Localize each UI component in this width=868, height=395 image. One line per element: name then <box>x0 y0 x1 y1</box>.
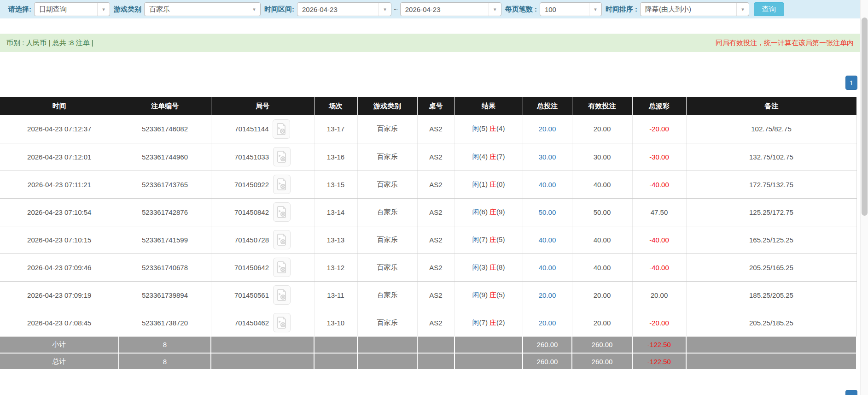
filter-query-type-select[interactable]: 日期查询 ▾ <box>34 2 110 16</box>
cell-table-no: AS2 <box>417 254 454 281</box>
cell-remark: 172.75/132.75 <box>686 171 856 198</box>
total-row-payout: -122.50 <box>632 353 686 370</box>
search-button[interactable]: 查询 <box>754 2 784 16</box>
cell-result: 闲(5) 庄(4) <box>454 115 523 143</box>
cell-remark: 185.25/205.25 <box>686 281 856 309</box>
cell-valid-bet: 40.00 <box>572 254 632 281</box>
cell-session: 13-13 <box>314 226 357 254</box>
sort-value: 降幕(由大到小) <box>641 5 691 14</box>
cell-payout: 47.50 <box>632 198 686 226</box>
cell-payout: -20.00 <box>632 115 686 143</box>
header-remark: 备注 <box>686 97 856 115</box>
cell-payout: -20.00 <box>632 309 686 336</box>
filter-date-from-select[interactable]: 2026-04-23 ▾ <box>297 2 391 16</box>
cell-payout: -30.00 <box>632 143 686 171</box>
page-size-value: 100 <box>540 6 556 13</box>
scrollbar-thumb[interactable] <box>862 18 868 216</box>
cell-payout: -40.00 <box>632 171 686 198</box>
cell-bet-no: 523361742876 <box>119 198 211 226</box>
cell-table-no: AS2 <box>417 115 454 143</box>
video-replay-button[interactable] <box>273 313 291 332</box>
cell-total-bet[interactable]: 40.00 <box>523 226 572 254</box>
cell-table-no: AS2 <box>417 309 454 336</box>
filter-date-to-select[interactable]: 2026-04-23 ▾ <box>400 2 501 16</box>
cell-round-no: 701451144 <box>211 115 314 143</box>
subtotal-row-empty-remark <box>686 336 856 353</box>
banker-points: (5) <box>496 236 505 243</box>
cell-game-type: 百家乐 <box>357 171 417 198</box>
filter-game-select[interactable]: 百家乐 ▾ <box>144 2 261 16</box>
vertical-scrollbar[interactable] <box>860 0 868 395</box>
player-label: 闲 <box>472 208 479 216</box>
player-points: (1) <box>479 180 488 188</box>
cell-total-bet[interactable]: 30.00 <box>523 143 572 171</box>
cell-bet-no: 523361738720 <box>119 309 211 336</box>
video-icon <box>277 261 287 273</box>
date-from-value: 2026-04-23 <box>297 6 338 13</box>
cell-round-no: 701450642 <box>211 254 314 281</box>
table-body: 2026-04-23 07:12:37523361746082701451144… <box>0 115 856 336</box>
player-points: (7) <box>479 318 488 326</box>
cell-total-bet[interactable]: 50.00 <box>523 198 572 226</box>
cell-valid-bet: 20.00 <box>572 309 632 336</box>
page-1-button[interactable]: 1 <box>845 76 857 90</box>
pagination-top: 1 <box>0 76 860 90</box>
cell-total-bet[interactable]: 40.00 <box>523 254 572 281</box>
cell-total-bet[interactable]: 20.00 <box>523 281 572 309</box>
cell-total-bet[interactable]: 20.00 <box>523 309 572 336</box>
cell-bet-no: 523361746082 <box>119 115 211 143</box>
cell-valid-bet: 20.00 <box>572 115 632 143</box>
table-header: 时间 注单编号 局号 场次 游戏类别 桌号 结果 总投注 有效投注 总派彩 备注 <box>0 97 856 115</box>
filter-page-size-select[interactable]: 100 ▾ <box>540 2 602 16</box>
subtotal-row-empty-session <box>314 336 357 353</box>
cell-session: 13-11 <box>314 281 357 309</box>
player-points: (5) <box>479 124 488 132</box>
chevron-down-icon: ▾ <box>589 3 601 16</box>
cell-time: 2026-04-23 07:08:45 <box>0 309 119 336</box>
cell-remark: 125.25/172.75 <box>686 198 856 226</box>
video-replay-button[interactable] <box>273 285 291 305</box>
total-row-empty-round <box>211 353 314 370</box>
cell-remark: 205.25/165.25 <box>686 254 856 281</box>
page-1-button-bottom[interactable]: 1 <box>845 390 857 395</box>
header-bet-no: 注单编号 <box>119 97 211 115</box>
cell-session: 13-12 <box>314 254 357 281</box>
header-payout: 总派彩 <box>632 97 686 115</box>
cell-time: 2026-04-23 07:12:01 <box>0 143 119 171</box>
date-range-separator: ~ <box>394 6 398 13</box>
cell-result: 闲(4) 庄(7) <box>454 143 523 171</box>
table-row: 2026-04-23 07:12:37523361746082701451144… <box>0 115 856 143</box>
filter-sort-select[interactable]: 降幕(由大到小) ▾ <box>640 2 749 16</box>
summary-banner: 币别 : 人民币 | 总共 :8 注单 | 同局有效投注，统一计算在该局第一张注… <box>0 34 860 52</box>
cell-remark: 132.75/102.75 <box>686 143 856 171</box>
cell-time: 2026-04-23 07:12:37 <box>0 115 119 143</box>
cell-table-no: AS2 <box>417 281 454 309</box>
video-replay-button[interactable] <box>273 147 291 166</box>
cell-session: 13-10 <box>314 309 357 336</box>
cell-remark: 165.25/125.25 <box>686 226 856 254</box>
cell-bet-no: 523361740678 <box>119 254 211 281</box>
video-icon <box>277 178 287 190</box>
banker-label: 庄 <box>489 124 496 132</box>
cell-round-no: 701450842 <box>211 198 314 226</box>
video-replay-button[interactable] <box>273 202 291 222</box>
video-replay-button[interactable] <box>273 119 290 139</box>
player-label: 闲 <box>472 236 479 243</box>
video-replay-button[interactable] <box>273 175 291 194</box>
cell-total-bet[interactable]: 40.00 <box>523 171 572 198</box>
banker-label: 庄 <box>489 263 496 271</box>
cell-session: 13-16 <box>314 143 357 171</box>
cell-total-bet[interactable]: 20.00 <box>523 115 572 143</box>
cell-game-type: 百家乐 <box>357 226 417 254</box>
banker-label: 庄 <box>489 153 496 160</box>
page-size-label: 每页笔数 : <box>505 5 537 14</box>
header-round-no: 局号 <box>211 97 314 115</box>
total-row-count: 8 <box>119 353 211 370</box>
banker-label: 庄 <box>489 318 496 326</box>
round-no-text: 701450842 <box>234 208 269 216</box>
total-row-empty-result <box>454 353 523 370</box>
video-replay-button[interactable] <box>273 258 291 277</box>
cell-time: 2026-04-23 07:10:54 <box>0 198 119 226</box>
player-label: 闲 <box>472 153 479 160</box>
video-replay-button[interactable] <box>273 230 291 249</box>
